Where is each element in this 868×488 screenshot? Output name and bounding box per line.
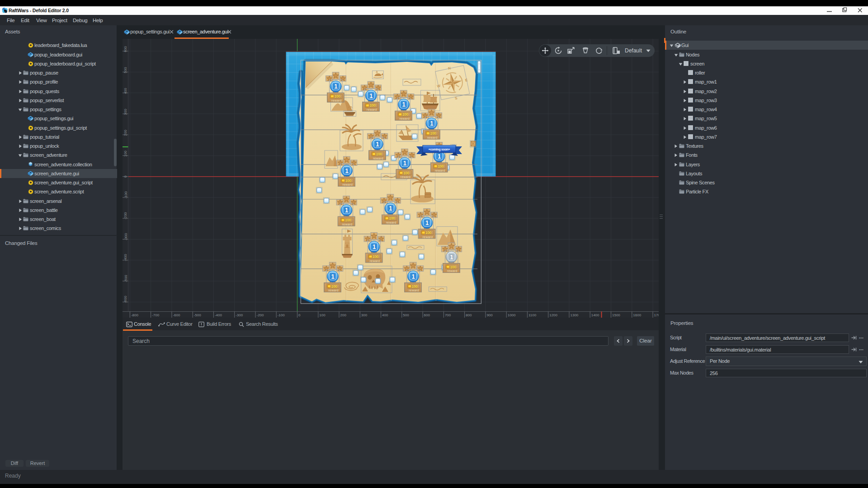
svg-text:-600: -600 — [124, 296, 128, 303]
svg-text:-200: -200 — [257, 313, 264, 317]
svg-text:300: 300 — [124, 109, 128, 115]
svg-text:0: 0 — [298, 313, 301, 317]
svg-text:100: 100 — [319, 313, 326, 317]
svg-text:-800: -800 — [131, 313, 139, 317]
svg-text:900: 900 — [486, 313, 493, 317]
svg-text:400: 400 — [382, 313, 388, 317]
svg-text:200: 200 — [340, 313, 347, 317]
svg-text:«coming soon»: «coming soon» — [429, 148, 450, 151]
svg-text:1500: 1500 — [612, 313, 620, 317]
svg-text:-500: -500 — [124, 275, 128, 282]
svg-text:0: 0 — [124, 175, 128, 178]
svg-text:500: 500 — [403, 313, 409, 317]
svg-text:700: 700 — [445, 313, 451, 317]
svg-text:-200: -200 — [124, 212, 128, 220]
svg-text:800: 800 — [466, 313, 472, 317]
svg-text:1000: 1000 — [508, 313, 516, 317]
svg-text:-700: -700 — [152, 313, 160, 317]
svg-text:200: 200 — [124, 130, 128, 136]
svg-text:500: 500 — [124, 67, 128, 73]
svg-text:1600: 1600 — [633, 313, 641, 317]
svg-text:400: 400 — [124, 88, 128, 94]
svg-text:-300: -300 — [236, 313, 243, 317]
svg-text:1400: 1400 — [591, 313, 599, 317]
svg-text:300: 300 — [361, 313, 368, 317]
svg-text:-100: -100 — [124, 191, 128, 199]
svg-text:1100: 1100 — [528, 313, 537, 317]
svg-text:-100: -100 — [278, 313, 285, 317]
svg-text:-400: -400 — [124, 254, 128, 262]
svg-text:600: 600 — [424, 313, 430, 317]
svg-text:1200: 1200 — [549, 313, 557, 317]
svg-text:-600: -600 — [173, 313, 180, 317]
svg-text:-400: -400 — [215, 313, 222, 317]
svg-text:1300: 1300 — [571, 313, 579, 317]
svg-text:1700: 1700 — [654, 313, 659, 317]
svg-text:100: 100 — [124, 150, 128, 157]
svg-text:-300: -300 — [124, 233, 128, 240]
svg-text:600: 600 — [124, 46, 128, 52]
svg-text:-500: -500 — [194, 313, 202, 317]
